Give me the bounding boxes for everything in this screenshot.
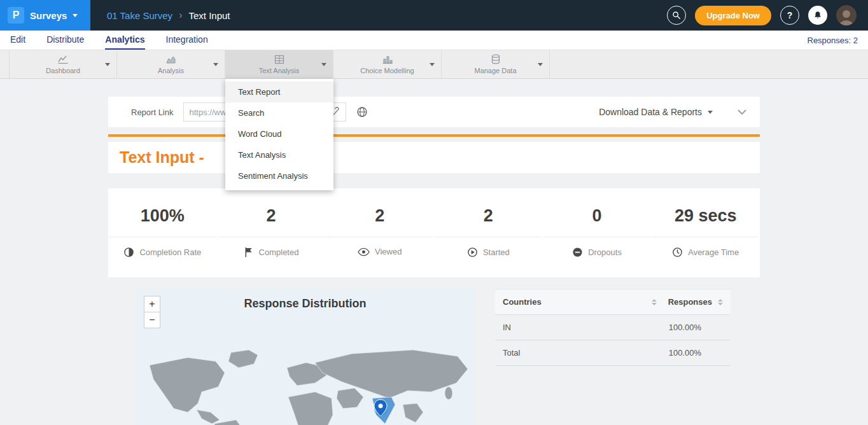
breadcrumb-separator-icon: ›: [179, 10, 182, 21]
stat-label: Started: [483, 247, 510, 257]
stat-dropouts: 0 Dropouts: [543, 188, 652, 277]
table-row-total: Total 100.00%: [495, 340, 731, 366]
survey-section-nav: Edit Distribute Analytics Integration Re…: [0, 31, 868, 50]
stat-value: 0: [544, 206, 650, 237]
flag-icon: [244, 247, 254, 258]
chevron-down-icon[interactable]: [430, 63, 435, 66]
tab-label: Manage Data: [474, 67, 516, 74]
help-button[interactable]: ?: [780, 6, 799, 25]
stat-value: 2: [218, 206, 325, 237]
breadcrumb: 01 Take Survey › Text Input: [107, 10, 230, 21]
database-icon: [491, 54, 501, 64]
brand-logo: P: [8, 7, 24, 24]
download-data-reports-menu[interactable]: Download Data & Reports: [599, 107, 713, 117]
help-label: ?: [787, 10, 793, 20]
country-cell: Total: [503, 348, 653, 358]
menu-item-text-analysis[interactable]: Text Analysis: [225, 144, 333, 165]
analytics-toolbar: Dashboard Analysis Text Analysis Choice …: [0, 50, 868, 79]
map-title: Response Distribution: [136, 289, 475, 310]
stat-label: Average Time: [688, 247, 739, 257]
stat-value: 29 secs: [652, 206, 759, 237]
share-globe-button[interactable]: [356, 106, 368, 118]
breadcrumb-current-page: Text Input: [188, 10, 230, 21]
stat-label: Completed: [259, 247, 299, 257]
countries-column-header: Countries: [503, 297, 542, 307]
text-analysis-dropdown-menu: Text Report Search Word Cloud Text Analy…: [225, 79, 333, 190]
tab-dashboard[interactable]: Dashboard: [9, 50, 117, 78]
question-title-bar: Text Input -: [108, 142, 760, 173]
stat-label: Dropouts: [588, 247, 622, 257]
zoom-out-button[interactable]: −: [144, 312, 160, 328]
page-title: Text Input -: [120, 148, 204, 167]
breadcrumb-survey-name[interactable]: 01 Take Survey: [107, 10, 172, 21]
chevron-down-icon[interactable]: [321, 63, 326, 66]
table-header-row: Countries Responses: [495, 289, 731, 315]
download-data-reports-label: Download Data & Reports: [599, 107, 702, 117]
menu-item-sentiment-analysis[interactable]: Sentiment Analysis: [225, 165, 333, 186]
table-row: IN 100.00%: [495, 315, 731, 340]
area-chart-icon: [165, 55, 177, 64]
nav-item-edit[interactable]: Edit: [10, 31, 25, 50]
responses-cell: 100.00%: [653, 323, 723, 332]
accent-divider: [108, 134, 760, 137]
zoom-in-button[interactable]: +: [144, 296, 160, 312]
stat-completion-rate: 100% Completion Rate: [108, 188, 217, 277]
topbar-actions: Upgrade Now ?: [667, 5, 868, 25]
avatar-silhouette-icon: [836, 8, 857, 25]
tab-manage-data[interactable]: Manage Data: [442, 50, 550, 78]
nav-item-distribute[interactable]: Distribute: [46, 31, 84, 50]
sort-icon[interactable]: [718, 299, 723, 305]
menu-item-text-report[interactable]: Text Report: [225, 81, 333, 102]
response-distribution-card: Response Distribution + −: [136, 289, 475, 425]
user-avatar[interactable]: [836, 5, 857, 25]
bell-icon: [813, 11, 822, 20]
bar-chart-icon: [382, 55, 393, 64]
search-icon: [672, 11, 681, 20]
menu-item-search[interactable]: Search: [225, 102, 333, 123]
stat-value: 2: [326, 206, 433, 237]
sort-icon[interactable]: [652, 299, 657, 305]
top-bar: P Surveys 01 Take Survey › Text Input Up…: [0, 0, 868, 31]
stat-average-time: 29 secs Average Time: [651, 188, 760, 277]
collapse-panel-button[interactable]: [737, 109, 747, 115]
brand-logo-letter: P: [13, 10, 20, 21]
tab-choice-modelling[interactable]: Choice Modelling: [333, 50, 442, 78]
map-marker-india[interactable]: [374, 400, 387, 416]
report-link-bar: Report Link Download Data & Reports: [108, 97, 760, 127]
upgrade-now-button[interactable]: Upgrade Now: [695, 6, 771, 25]
chevron-down-icon[interactable]: [538, 63, 543, 66]
minus-circle-icon: [572, 247, 583, 258]
clock-icon: [672, 247, 683, 258]
search-button[interactable]: [667, 6, 686, 25]
tab-analysis[interactable]: Analysis: [117, 50, 225, 78]
world-map[interactable]: [136, 344, 475, 425]
tab-text-analysis[interactable]: Text Analysis: [225, 50, 333, 78]
nav-item-analytics[interactable]: Analytics: [105, 31, 144, 50]
response-stats: 100% Completion Rate 2 Completed 2 Viewe…: [108, 188, 760, 277]
chevron-down-icon: [73, 14, 78, 17]
chevron-down-icon: [708, 111, 713, 114]
play-circle-icon: [467, 247, 478, 258]
menu-item-word-cloud[interactable]: Word Cloud: [225, 123, 333, 144]
responses-count: Responses: 2: [808, 31, 868, 50]
report-link-label: Report Link: [131, 108, 173, 117]
stat-started: 2 Started: [434, 188, 543, 277]
tab-label: Text Analysis: [259, 67, 300, 74]
table-chart-icon: [274, 55, 284, 64]
tab-label: Dashboard: [46, 67, 80, 74]
surveys-product-switcher[interactable]: P Surveys: [0, 0, 90, 31]
stat-viewed: 2 Viewed: [325, 188, 434, 277]
responses-cell: 100.00%: [653, 348, 723, 358]
country-cell: IN: [503, 323, 653, 332]
countries-responses-table: Countries Responses IN 100.00% Total 100…: [495, 289, 731, 366]
map-zoom-controls: + −: [144, 296, 160, 328]
eye-icon: [358, 247, 370, 256]
notifications-button[interactable]: [808, 6, 827, 25]
nav-item-integration[interactable]: Integration: [166, 31, 208, 50]
chevron-down-icon[interactable]: [213, 63, 218, 66]
stat-value: 2: [435, 206, 542, 237]
tab-label: Choice Modelling: [360, 67, 414, 74]
stat-label: Completion Rate: [139, 247, 201, 257]
tab-label: Analysis: [158, 67, 184, 74]
chevron-down-icon[interactable]: [105, 63, 110, 66]
